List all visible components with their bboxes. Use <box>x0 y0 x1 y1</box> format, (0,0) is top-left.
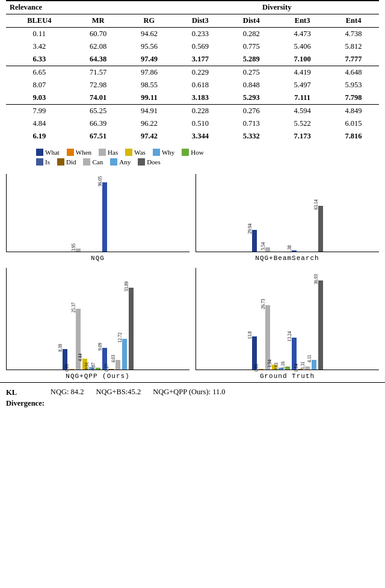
kl-bs: NQG+BS:45.2 <box>96 388 141 397</box>
table-row: 3.4262.0895.560.5690.7755.4065.812 <box>6 40 379 53</box>
chart-row-bottom: 8.390.0125.374.440.910.879.090.274.0312.… <box>6 268 379 380</box>
bar: 0.01 <box>259 369 263 370</box>
legend-label: Does <box>147 158 161 166</box>
legend-item: What <box>36 149 60 156</box>
legend-label: Any <box>119 158 131 166</box>
legend-item: How <box>182 149 203 156</box>
bar-group: 1.16 <box>285 367 290 370</box>
bar-rect <box>129 288 134 370</box>
legend-item: Why <box>153 149 174 156</box>
bar-group: 33.89 <box>129 288 134 370</box>
bar-value-label: 33.89 <box>124 282 131 292</box>
table-row: 0.1160.7094.620.2330.2824.4734.738 <box>6 28 379 41</box>
bar-rect <box>122 339 127 370</box>
bar-value-label: 3.95 <box>71 244 78 252</box>
table-row: 4.8466.3996.220.5100.7135.5226.015 <box>6 117 379 130</box>
bar: 4.03 <box>116 360 120 370</box>
bar-value-label: 5.54 <box>260 243 268 250</box>
bar-group: 0.87 <box>96 368 100 370</box>
bar-value-label: 1.16 <box>280 362 288 370</box>
bar: 1.38 <box>292 250 297 252</box>
bar: 4.11 <box>312 360 316 370</box>
legend-label: Did <box>66 158 76 166</box>
legend-item: Is <box>36 158 50 166</box>
bar-group: 3.95 <box>76 249 81 252</box>
bar-group: 12.72 <box>122 339 127 370</box>
col-dist4: Dist4 <box>226 14 277 28</box>
legend-item: When <box>67 149 91 156</box>
bar-rect <box>102 182 107 252</box>
legend-color-box <box>36 158 43 166</box>
legend-label: Can <box>92 158 103 166</box>
legend-label: What <box>45 149 60 156</box>
legend-color-box <box>83 158 90 166</box>
bar-value-label: 12.72 <box>117 333 125 343</box>
nqg-qpp-chart: 8.390.0125.374.440.910.879.090.274.0312.… <box>6 268 189 380</box>
table-row: 7.9965.2594.910.2280.2764.5944.849 <box>6 105 379 118</box>
bar: 63.14 <box>318 206 323 252</box>
bar-group: 4.11 <box>312 360 316 370</box>
bar-value-label: 25.37 <box>71 302 78 312</box>
col-bleu4: BLEU4 <box>6 14 73 28</box>
legend-label: Has <box>108 149 118 156</box>
bar-value-label: 4.11 <box>307 354 314 362</box>
diversity-header: Diversity <box>174 1 379 14</box>
bar: 33.89 <box>129 288 134 370</box>
table-row: 6.1967.5197.423.3445.3327.1737.816 <box>6 130 379 143</box>
kl-section: KL Divergence: NQG: 84.2 NQG+BS:45.2 NQG… <box>0 382 385 415</box>
col-mr: MR <box>73 14 124 28</box>
nqg-title: NQG <box>91 255 105 262</box>
legend-item: Has <box>99 149 118 156</box>
results-table: Relevance Diversity BLEU4 MR RG Dist3 Di… <box>6 0 379 143</box>
bar: 0.01 <box>69 369 74 370</box>
col-rg: RG <box>124 14 175 28</box>
legend-color-box <box>125 149 132 156</box>
bar-value-label: 0.27 <box>104 364 111 371</box>
bar: 1.31 <box>305 367 310 370</box>
bar-value-label: 13.8 <box>247 331 254 339</box>
bar: 5.54 <box>265 247 270 252</box>
legend-item: Did <box>57 158 76 166</box>
bar-value-label: 9.09 <box>97 342 105 350</box>
ground-truth-chart: 13.80.0126.731.940.631.1613.240.141.314.… <box>196 268 379 380</box>
chart-legend: WhatWhenHasWasWhyHowIsDidCanAnyDoes <box>36 149 379 166</box>
bar-group: 1.31 <box>305 367 310 370</box>
bar-group: 5.54 <box>265 247 270 252</box>
legend-color-box <box>99 149 106 156</box>
bar-group: 0.01 <box>69 369 74 370</box>
nqg-bar-chart: 3.9596.05 <box>6 174 189 252</box>
legend-item: Can <box>83 158 103 166</box>
bar-value-label: 29.94 <box>247 224 254 234</box>
legend-label: Is <box>45 158 50 166</box>
bar-value-label: 26.73 <box>260 299 268 309</box>
legend-color-box <box>36 149 43 156</box>
bar: 36.93 <box>318 280 323 370</box>
legend-color-box <box>67 149 74 156</box>
bar-value-label: 4.03 <box>111 354 118 362</box>
bar: 96.05 <box>102 182 107 252</box>
relevance-header: Relevance <box>6 1 174 14</box>
kl-qpp: NQG+QPP (Ours): 11.0 <box>153 388 225 397</box>
table-row: 6.6571.5797.860.2290.2754.4194.648 <box>6 66 379 79</box>
bar-group: 36.93 <box>318 280 323 370</box>
legend-item: Was <box>125 149 146 156</box>
bar: 0.27 <box>109 369 114 370</box>
nqg-chart: 3.9596.05 NQG <box>6 174 189 262</box>
bar-value-label: 0.87 <box>91 362 98 370</box>
table-row: 6.3364.3897.493.1775.2897.1007.777 <box>6 53 379 66</box>
bar: 0.87 <box>96 368 100 370</box>
legend-label: Why <box>162 149 174 156</box>
legend-item: Does <box>138 158 161 166</box>
charts-section: WhatWhenHasWasWhyHowIsDidCanAnyDoes 3.95… <box>0 143 385 380</box>
legend-color-box <box>57 158 64 166</box>
kl-label: KL Divergence: <box>6 388 45 409</box>
chart-row-top: 3.9596.05 NQG 29.945.541.3863.14 NQG+Bea… <box>6 174 379 262</box>
legend-label: How <box>191 149 203 156</box>
bar-value-label: 0.01 <box>64 364 72 371</box>
bar: 3.95 <box>76 249 81 252</box>
bar-group: 29.94 <box>252 230 257 252</box>
bar-value-label: 8.39 <box>58 344 65 352</box>
bar-group: 4.03 <box>116 360 120 370</box>
bar-value-label: 96.05 <box>97 176 105 186</box>
kl-values: NQG: 84.2 NQG+BS:45.2 NQG+QPP (Ours): 11… <box>51 388 226 397</box>
